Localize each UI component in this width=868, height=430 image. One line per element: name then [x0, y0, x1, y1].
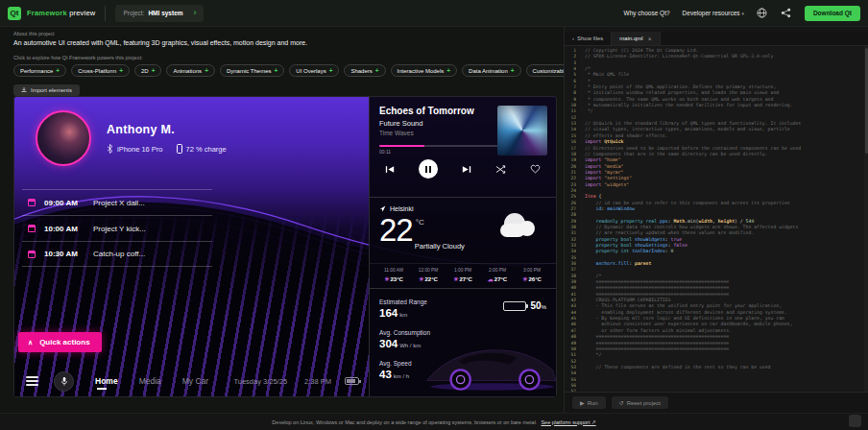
chevron-right-icon: › [193, 9, 196, 17]
editor-tab-bar: ‹ Show files main.qml × [565, 32, 868, 46]
tag-pill[interactable]: Shaders+ [344, 64, 385, 77]
event-title: Project Y kick... [93, 225, 146, 233]
event-time: 09:00 AM [44, 199, 84, 207]
forecast-hour: 12:00 PM [412, 268, 445, 273]
plus-icon: + [205, 67, 208, 74]
forecast-hour: 3:00 PM [516, 268, 548, 273]
consumption-label: Avg. Consumption [379, 329, 546, 336]
tag-pill[interactable]: Animations+ [166, 64, 214, 77]
developer-resources-menu[interactable]: Developer resources ▾ [683, 10, 744, 16]
platform-support-link[interactable]: See platform support ↗ [541, 419, 595, 425]
elapsed-time: 00:11 [379, 149, 391, 155]
tag-pill[interactable]: Dynamic Themes+ [220, 64, 284, 77]
consumption-unit: Wh / km [399, 343, 421, 348]
forecast-temp: ☀22°C [412, 275, 445, 282]
battery-icon [503, 301, 526, 311]
scrollbar-thumb[interactable] [865, 48, 868, 154]
menu-icon[interactable] [26, 376, 38, 386]
why-choose-qt-link[interactable]: Why choose Qt? [624, 10, 670, 16]
quick-actions-button[interactable]: ∧ Quick actions [18, 332, 102, 352]
page-footer: Develop on Linux, Windows or Mac and dep… [0, 413, 868, 430]
driver-profile: Anthony M. iPhone 16 Pro 72 % charge [36, 110, 227, 166]
project-name: HMI system [148, 10, 182, 16]
show-files-button[interactable]: ‹ Show files [565, 32, 611, 45]
next-track-button[interactable] [462, 165, 471, 174]
import-icon [21, 87, 27, 93]
chevron-down-icon: ▾ [741, 11, 744, 16]
shuffle-icon[interactable] [495, 165, 506, 174]
album-art [497, 106, 547, 155]
event-time: 10:00 AM [44, 225, 84, 233]
previous-track-button[interactable] [385, 165, 395, 174]
bluetooth-icon [107, 144, 113, 154]
range-unit: km [399, 312, 407, 318]
weather-city: Helsinki [390, 205, 414, 212]
forecast-temp: ☀26°C [516, 275, 548, 282]
favorite-heart-icon[interactable] [530, 164, 541, 174]
run-button[interactable]: ▶ Run [572, 396, 606, 409]
calendar-icon [28, 199, 36, 206]
nav-media[interactable]: Media [139, 376, 161, 386]
line-numbers: 1234567891011121314151617181920212223242… [565, 46, 579, 392]
weather-mini-icon: ☁ [488, 276, 494, 282]
tag-pill[interactable]: Data Animation+ [462, 64, 521, 77]
footer-text: Develop on Linux, Windows or Mac and dep… [272, 419, 537, 425]
tag-pill[interactable]: Cross-Platform+ [71, 64, 130, 77]
battery-icon [345, 377, 359, 385]
qt-logo[interactable]: Qt [8, 7, 21, 20]
nav-home[interactable]: Home [95, 376, 118, 386]
nav-mycar[interactable]: My Car [182, 376, 208, 386]
plus-icon: + [375, 67, 379, 74]
plus-icon: + [511, 67, 515, 74]
consumption-value: 304 [379, 338, 398, 349]
schedule-row[interactable]: 10:30 AMCatch-up coff... [22, 241, 212, 267]
pause-button[interactable] [419, 159, 438, 179]
code-area[interactable]: 1234567891011121314151617181920212223242… [565, 46, 868, 392]
explore-text: Click to explore how Qt Framework powers… [13, 55, 557, 60]
weather-widget: Helsinki 22 °C Partially Cloudy 11:00 AM… [370, 198, 556, 289]
forecast-hour: 1:00 PM [446, 268, 479, 273]
code-lines: // Copyright (C) 2024 The Qt Company Ltd… [579, 46, 868, 392]
editor-actions-bar: ▶ Run ↺ Reset project [565, 392, 868, 413]
schedule-list: 09:00 AMProject X dail...10:00 AMProject… [22, 189, 212, 267]
plus-icon: + [56, 67, 60, 74]
schedule-row[interactable]: 09:00 AMProject X dail... [22, 189, 212, 215]
tag-pill[interactable]: UI Overlays+ [289, 64, 339, 77]
tab-main-qml[interactable]: main.qml × [611, 32, 660, 45]
voice-assistant-button[interactable] [54, 371, 74, 392]
plus-icon: + [446, 67, 450, 74]
weather-condition: Partially Cloudy [415, 242, 465, 251]
project-label: Project: [123, 10, 144, 16]
chevron-left-icon: ‹ [572, 36, 574, 41]
project-selector[interactable]: Project: HMI system › [115, 5, 204, 22]
project-intro: About this project An automotive UI crea… [13, 27, 557, 97]
schedule-row[interactable]: 10:00 AMProject Y kick... [22, 215, 212, 241]
download-qt-button[interactable]: Download Qt [805, 6, 860, 21]
tag-pill[interactable]: 2D+ [134, 64, 161, 77]
phone-icon [177, 144, 182, 154]
nav-time: 2:38 PM [304, 377, 331, 386]
plus-icon: + [119, 67, 123, 74]
code-editor-panel: ‹ Show files main.qml × 1234567891011121… [564, 27, 868, 413]
app-root: Qt Framework preview Project: HMI system… [0, 0, 868, 430]
reset-project-button[interactable]: ↺ Reset project [612, 396, 668, 409]
about-text: An automotive UI created with QML, featu… [13, 39, 557, 46]
help-widget-button[interactable] [849, 415, 861, 427]
avatar[interactable] [36, 110, 91, 166]
calendar-icon [28, 251, 36, 258]
close-tab-icon[interactable]: × [648, 36, 652, 42]
share-icon[interactable] [781, 8, 792, 19]
cloud-icon [498, 213, 541, 238]
import-elements-button[interactable]: Import elements [13, 84, 80, 96]
tag-list: Performance+Cross-Platform+2D+Animations… [13, 64, 557, 77]
reset-icon: ↺ [619, 399, 624, 406]
nav-date: Tuesday 3/25/25 [233, 377, 287, 386]
globe-icon[interactable] [757, 8, 768, 19]
chevron-up-icon: ∧ [28, 339, 33, 346]
weather-unit: °C [416, 218, 465, 227]
microphone-icon [60, 376, 68, 387]
tag-pill[interactable]: Interactive Models+ [391, 64, 458, 77]
forecast-temp: ☀27°C [446, 275, 479, 282]
tag-pill[interactable]: Performance+ [13, 64, 66, 77]
speed-label: Avg. Speed [379, 360, 546, 367]
